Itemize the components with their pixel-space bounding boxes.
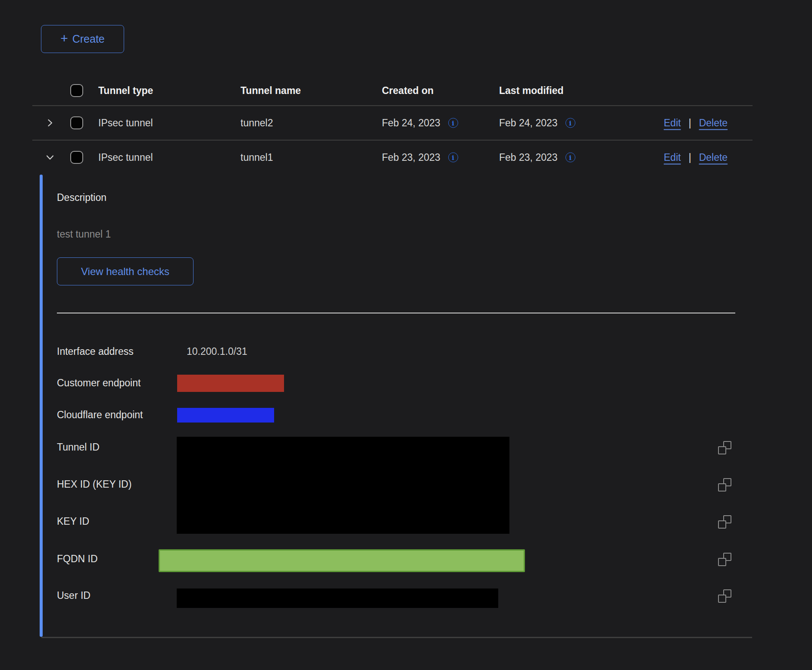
tunnel-name-cell: tunnel1 (240, 152, 273, 163)
last-modified-date: Feb 23, 2023 (499, 152, 558, 163)
row-actions: Edit | Delete (664, 117, 728, 129)
section-divider (57, 313, 735, 313)
cloudflare-endpoint-redacted-value (177, 408, 274, 423)
description-label: Description (57, 192, 106, 204)
info-icon[interactable]: i (565, 118, 575, 128)
tunnel-id-label: Tunnel ID (57, 441, 100, 453)
chevron-right-icon[interactable] (45, 118, 55, 128)
user-id-label: User ID (57, 590, 91, 601)
last-modified-cell: Feb 23, 2023 i (499, 152, 575, 163)
customer-endpoint-label: Customer endpoint (57, 377, 141, 389)
column-header-created-on: Created on (382, 85, 434, 97)
copy-icon[interactable] (718, 589, 731, 603)
tunnel-name-cell: tunnel2 (240, 117, 273, 129)
table-row: IPsec tunnel tunnel1 Feb 23, 2023 i Feb … (0, 140, 759, 175)
create-button-label: Create (72, 33, 105, 45)
cloudflare-endpoint-label: Cloudflare endpoint (57, 409, 143, 421)
key-id-label: KEY ID (57, 516, 89, 527)
copy-icon-front-square (718, 558, 726, 566)
copy-icon[interactable] (718, 515, 731, 529)
action-separator: | (689, 117, 691, 129)
tunnel-type-cell: IPsec tunnel (98, 117, 153, 129)
edit-link[interactable]: Edit (664, 117, 681, 129)
user-id-redacted-value (177, 589, 498, 608)
delete-link[interactable]: Delete (699, 117, 728, 129)
interface-address-value: 10.200.1.0/31 (187, 346, 247, 357)
hex-id-label: HEX ID (KEY ID) (57, 479, 131, 490)
copy-icon-front-square (718, 446, 726, 454)
plus-icon: + (60, 32, 68, 45)
copy-icon-front-square (718, 483, 726, 492)
created-on-date: Feb 24, 2023 (382, 117, 440, 129)
fqdn-id-redacted-value (159, 549, 525, 572)
last-modified-cell: Feb 24, 2023 i (499, 117, 575, 129)
panel-bottom-divider (41, 637, 752, 638)
tunnels-page: + Create Tunnel type Tunnel name Created… (0, 0, 812, 670)
created-on-cell: Feb 23, 2023 i (382, 152, 458, 163)
copy-icon-front-square (718, 520, 726, 529)
created-on-cell: Feb 24, 2023 i (382, 117, 458, 129)
tunnel-type-cell: IPsec tunnel (98, 152, 153, 163)
row-checkbox[interactable] (70, 116, 83, 129)
delete-link[interactable]: Delete (699, 152, 728, 163)
row-checkbox[interactable] (70, 151, 83, 164)
action-separator: | (689, 152, 691, 163)
expanded-row-indicator-bar (40, 175, 43, 637)
ids-redacted-block (177, 437, 509, 534)
interface-address-label: Interface address (57, 346, 134, 357)
create-button[interactable]: + Create (41, 25, 124, 53)
edit-link[interactable]: Edit (664, 152, 681, 163)
customer-endpoint-redacted-value (177, 375, 284, 392)
description-text: test tunnel 1 (57, 229, 111, 240)
fqdn-id-label: FQDN ID (57, 553, 98, 565)
row-actions: Edit | Delete (664, 152, 728, 163)
view-health-checks-button[interactable]: View health checks (57, 257, 194, 285)
info-icon[interactable]: i (448, 118, 458, 128)
copy-icon[interactable] (718, 553, 731, 566)
copy-icon-front-square (718, 595, 726, 603)
select-all-checkbox[interactable] (70, 84, 83, 97)
created-on-date: Feb 23, 2023 (382, 152, 440, 163)
info-icon[interactable]: i (565, 153, 575, 163)
chevron-down-icon[interactable] (45, 152, 55, 163)
column-header-last-modified: Last modified (499, 85, 564, 97)
column-header-tunnel-name: Tunnel name (240, 85, 301, 97)
info-icon[interactable]: i (448, 153, 458, 163)
copy-icon[interactable] (718, 441, 731, 454)
column-header-tunnel-type: Tunnel type (98, 85, 153, 97)
copy-icon[interactable] (718, 478, 731, 492)
table-header-row: Tunnel type Tunnel name Created on Last … (0, 75, 759, 106)
last-modified-date: Feb 24, 2023 (499, 117, 558, 129)
table-row: IPsec tunnel tunnel2 Feb 24, 2023 i Feb … (0, 106, 759, 140)
